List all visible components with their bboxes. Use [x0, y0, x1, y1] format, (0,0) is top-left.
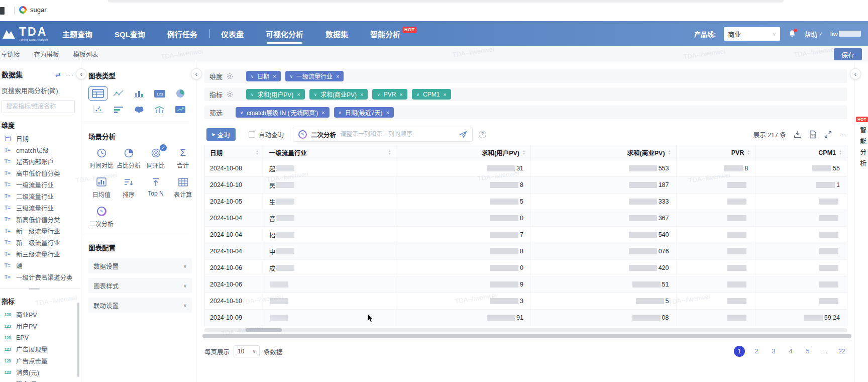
nav-item-smart-analysis[interactable]: 智能分析 HOT [370, 21, 417, 46]
dimension-item[interactable]: 二级计费名渠道分类 [0, 283, 81, 284]
page-button[interactable]: 3 [768, 346, 779, 357]
scene-total[interactable]: Σ 合计 [170, 147, 196, 169]
collapse-config-panel-button[interactable]: ‹ [191, 68, 202, 79]
panel-resize-handle[interactable] [0, 289, 81, 289]
table-column-header[interactable]: 日期 ▲▼ [205, 145, 264, 160]
scene-top-n[interactable]: Top N [143, 176, 169, 199]
combo-chart-icon[interactable] [150, 103, 169, 117]
chevron-down-icon[interactable]: ∨ [290, 74, 293, 79]
remove-tag-icon[interactable]: × [321, 110, 324, 116]
fullscreen-expand-icon[interactable] [824, 131, 832, 138]
remove-tag-icon[interactable]: × [399, 91, 402, 98]
page-button[interactable]: 4 [785, 346, 796, 357]
metric-item[interactable]: 广告点击量 [0, 355, 81, 366]
metric-tag[interactable]: ∨ 求和(用户PV) × [246, 89, 305, 100]
nav-item-topic-query[interactable]: 主题查询 [62, 21, 92, 46]
remove-tag-icon[interactable]: × [273, 73, 276, 79]
auto-query-toggle[interactable]: 自动查询 [249, 130, 284, 139]
collapse-smart-panel-button[interactable]: ‹ [850, 68, 861, 79]
scene-table-calc[interactable]: 表计算 [170, 176, 196, 199]
table-column-header[interactable]: CPM1 ▲▼ [755, 145, 847, 160]
chevron-down-icon[interactable]: ∨ [314, 92, 317, 97]
gear-icon[interactable] [227, 91, 233, 98]
metric-item[interactable]: 消费(元) [0, 366, 81, 378]
pie-chart-icon[interactable] [171, 86, 190, 101]
bookmark-sugar[interactable]: sugar [19, 6, 47, 14]
scene-daily-average[interactable]: 日均值 [88, 176, 115, 199]
share-link-button[interactable]: 享链接 [1, 49, 20, 59]
dimension-item[interactable]: 端 [0, 260, 81, 271]
metric-tag[interactable]: ∨ 求和(商业PV) × [309, 89, 368, 100]
remove-tag-icon[interactable]: × [336, 73, 339, 79]
remove-tag-icon[interactable]: × [386, 110, 389, 116]
trend-table-chart-icon[interactable] [171, 103, 190, 117]
tda-logo[interactable]: TDA Turing Data Analysis [0, 26, 62, 42]
dimension-item[interactable]: 高中低价值分类 [0, 167, 81, 179]
auto-query-checkbox[interactable] [249, 131, 255, 138]
sidebar-scrollbar[interactable] [77, 303, 79, 377]
sort-icon[interactable]: ▲▼ [839, 150, 842, 155]
filter-tag[interactable]: ∨ 日期(最近7天) × [334, 107, 394, 118]
config-data-settings[interactable]: 数据设置∨ [88, 258, 192, 273]
table-column-header[interactable]: 求和(用户PV) ▲▼ [396, 145, 531, 160]
dimension-item[interactable]: 一级流量行业 [0, 179, 81, 190]
nav-item-visual-analysis[interactable]: 可视化分析 [266, 21, 303, 46]
sort-icon[interactable]: ▲▼ [668, 150, 671, 155]
nav-item-dataset[interactable]: 数据集 [325, 21, 348, 46]
metric-item[interactable]: 现金(元) [0, 378, 81, 382]
bar-chart-icon[interactable] [130, 86, 149, 101]
config-linkage-settings[interactable]: 联动设置∨ [88, 298, 192, 313]
metric-item[interactable]: EPV [0, 332, 81, 343]
collapse-sidebar-button[interactable]: ‹ [76, 68, 87, 79]
download-icon[interactable] [794, 130, 802, 138]
scatter-chart-icon[interactable] [88, 103, 107, 117]
table-column-header[interactable]: PVR ▲▼ [677, 145, 756, 160]
sort-icon[interactable]: ▲▼ [522, 150, 525, 155]
table-column-header[interactable]: 求和(商业PV) ▲▼ [531, 145, 677, 160]
save-as-template-button[interactable]: 存为模板 [34, 49, 59, 59]
sort-icon[interactable]: ▲▼ [747, 150, 750, 155]
dimension-item[interactable]: cmatch层级 [0, 144, 81, 156]
secondary-analysis-input[interactable] [340, 131, 455, 138]
remove-tag-icon[interactable]: × [360, 91, 363, 98]
scene-sort[interactable]: 排序 [116, 176, 142, 199]
chevron-down-icon[interactable]: ∨ [251, 74, 254, 79]
metric-item[interactable]: 用户PV [0, 320, 81, 332]
metric-tag[interactable]: ∨ CPM1 × [412, 89, 451, 100]
notification-bell[interactable] [788, 30, 796, 38]
page-button[interactable]: 2 [751, 346, 762, 357]
dimension-item[interactable]: 新一级流量行业 [0, 225, 81, 237]
scene-ratio-analysis[interactable]: 占比分析 [116, 147, 142, 169]
metric-item[interactable]: 商业PV [0, 309, 81, 320]
sql-file-icon[interactable]: SQ [809, 130, 817, 139]
dimension-item[interactable]: 二级流量行业 [0, 190, 81, 202]
dimension-item[interactable]: 一级计费名渠道分类 [0, 271, 81, 283]
scene-secondary-analysis[interactable]: ✎ 二次分析 [88, 206, 115, 228]
query-button[interactable]: ▶ 查询 [206, 128, 236, 141]
chevron-down-icon[interactable]: ∨ [240, 110, 243, 115]
user-account[interactable]: liw [830, 30, 861, 38]
page-button[interactable]: ... [819, 346, 830, 357]
scrollbar-thumb[interactable] [246, 328, 282, 332]
chevron-down-icon[interactable]: ∨ [416, 92, 419, 97]
number-card-icon[interactable]: 123 [150, 86, 169, 101]
save-button[interactable]: 保存 [834, 48, 862, 60]
dimension-item[interactable]: 日期 [0, 133, 81, 144]
map-chart-icon[interactable] [130, 103, 149, 117]
dimension-item[interactable]: 三级流量行业 [0, 202, 81, 214]
remove-tag-icon[interactable]: × [297, 91, 300, 98]
dimension-item[interactable]: 新三级流量行业 [0, 248, 81, 260]
help-menu[interactable]: 帮助∨ [804, 29, 822, 39]
secondary-analysis-input-box[interactable]: ✎ 二次分析 [293, 127, 473, 142]
line-chart-icon[interactable] [109, 86, 128, 101]
more-icon[interactable]: ··· [66, 71, 74, 78]
chevron-down-icon[interactable]: ∨ [377, 92, 380, 97]
config-chart-style[interactable]: 图表样式∨ [88, 278, 192, 293]
scene-time-compare[interactable]: 时间对比 [88, 147, 115, 169]
product-line-select[interactable]: 商业 ∨ [724, 27, 780, 41]
bar-horizontal-chart-icon[interactable] [109, 103, 128, 117]
dimension-item[interactable]: 新二级流量行业 [0, 237, 81, 248]
metric-tag[interactable]: ∨ PVR × [372, 89, 407, 100]
search-input[interactable] [2, 100, 75, 113]
page-button[interactable]: 22 [836, 346, 847, 357]
